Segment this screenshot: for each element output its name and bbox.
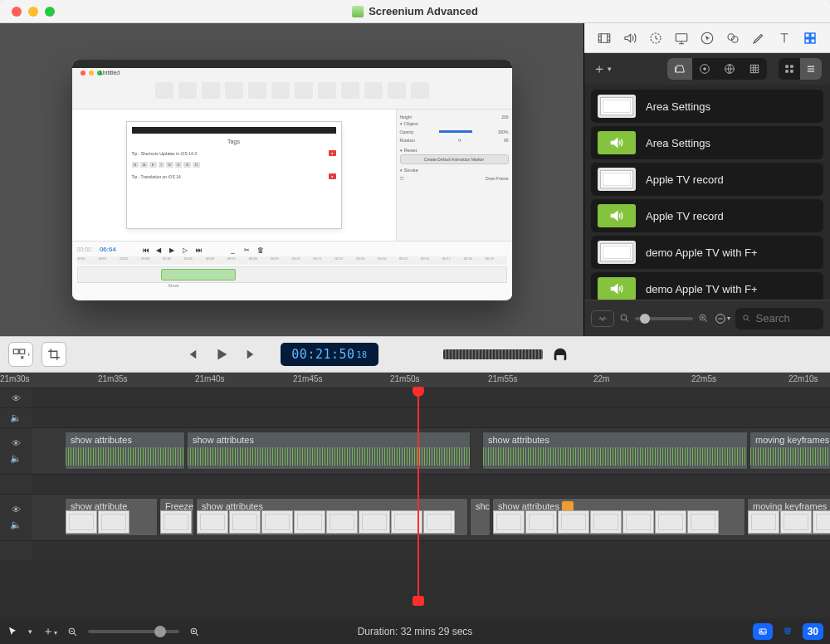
crop-button[interactable] [42,342,66,367]
video-track[interactable]: 👁🔈 show attributeFreezeshow attributessh… [0,494,830,540]
tab-display-icon[interactable] [671,29,691,47]
tool-menu[interactable]: ▾ [28,627,32,636]
svg-rect-23 [20,349,25,354]
svg-rect-13 [750,65,758,72]
magnet-icon[interactable] [778,623,798,640]
search-input[interactable] [756,312,817,324]
tab-shapes-icon[interactable] [723,29,743,47]
tab-library-icon[interactable] [800,29,820,47]
media-item-label: Apple TV record [646,210,724,222]
grid-view-icon[interactable] [779,58,800,80]
ruler-tick: 22m5s [691,374,716,383]
eye-icon[interactable]: 👁 [12,393,21,403]
clip-label: moving keyframes [755,435,829,445]
skip-back-button[interactable] [183,347,201,362]
audio-thumb-icon [598,131,636,154]
media-list[interactable]: Area SettingsArea SettingsApple TV recor… [584,85,830,300]
svg-rect-2 [676,33,687,41]
seg-music-icon[interactable] [692,58,717,80]
snap-image-icon[interactable] [753,623,773,640]
timecode-display[interactable]: 00:21:5018 [281,343,378,366]
ruler-tick: 21m30s [0,374,30,383]
clip-label: show attributes [71,435,132,445]
timeline-ruler[interactable]: 21m30s21m35s21m40s21m45s21m50s21m55s22m2… [0,373,830,388]
video-thumb-icon [598,95,636,118]
seg-folder-icon[interactable] [667,58,692,80]
speaker-icon[interactable]: 🔈 [10,453,22,464]
layout-button[interactable]: › [8,342,33,367]
playhead[interactable] [417,388,419,605]
tab-audio-icon[interactable] [620,29,640,47]
audio-thumb-icon [598,204,636,227]
zoom-in-icon[interactable] [189,627,200,637]
timeline-clip[interactable]: shc [470,498,491,536]
minimize-button[interactable] [28,7,38,17]
svg-rect-15 [790,65,793,68]
document-icon [352,6,364,17]
timeline-clip[interactable]: moving keyframes [747,498,830,536]
list-view-icon[interactable] [800,58,822,80]
preview-page-title: Tags [132,139,336,144]
timeline-clip[interactable]: show attributes [65,432,185,470]
media-item[interactable]: Area Settings [591,126,823,159]
zoom-button[interactable] [45,7,55,17]
audio-meter [443,346,543,363]
thumbnail-size-slider[interactable] [635,317,693,320]
timeline-clip[interactable]: show attributes [187,432,471,470]
close-button[interactable] [12,7,22,17]
media-item-label: Area Settings [646,137,710,149]
tab-pencil-icon[interactable] [749,29,769,47]
video-thumb-icon [598,241,636,264]
media-item[interactable]: Apple TV record [591,163,823,196]
ruler-tick: 21m50s [390,374,420,383]
svg-rect-7 [811,33,815,37]
eye-icon[interactable]: 👁 [12,438,21,448]
timeline-clip[interactable]: show attributes [482,432,748,470]
view-mode-segment[interactable] [779,58,822,80]
tab-video-icon[interactable] [594,29,614,47]
tab-cursor-icon[interactable] [697,29,717,47]
media-item-label: Apple TV record [646,173,724,186]
zoom-out-icon[interactable] [67,627,78,637]
tab-timer-icon[interactable] [646,29,666,47]
timeline-clip[interactable]: show attributes [196,498,468,536]
eye-icon[interactable]: 👁 [12,505,21,515]
filter-icon[interactable] [591,310,614,327]
clip-label: show attributes [193,435,254,445]
add-button[interactable]: ＋▾ [42,624,57,639]
timeline-clip[interactable]: Freeze [159,498,194,536]
media-item[interactable]: Apple TV record [591,199,823,232]
svg-rect-16 [785,70,788,73]
speaker-icon[interactable]: 🔈 [10,520,22,530]
media-item[interactable]: demo Apple TV with F+ [591,272,823,300]
fps-badge[interactable]: 30 [803,623,823,640]
preview-viewer: Untitled Tags Tip - Shortcuts [0,23,583,336]
timeline-clip[interactable]: show attribute [65,498,158,536]
zoom-icon [619,313,630,324]
status-bar: ▾ ＋▾ Duration: 32 mins 29 secs 30 [0,619,830,644]
timeline[interactable]: 21m30s21m35s21m40s21m45s21m50s21m55s22m2… [0,373,830,619]
media-item[interactable]: Area Settings [591,90,823,123]
arrow-tool-icon[interactable] [7,626,18,637]
svg-rect-14 [785,65,788,68]
zoom-slider[interactable] [88,630,179,633]
timeline-clip[interactable]: moving keyframes [749,432,830,470]
settings-icon[interactable]: ▾ [714,312,730,325]
audio-track[interactable]: 👁🔈 show attributesshow attributesshow at… [0,427,830,474]
seg-web-icon[interactable] [717,58,742,80]
add-media-button[interactable]: ＋▾ [593,61,612,78]
clip-label: show attributes [488,435,549,445]
speaker-icon[interactable]: 🔈 [10,412,22,423]
headphones-icon[interactable] [551,345,569,363]
media-item-label: demo Apple TV with F+ [646,246,758,259]
seg-grid-icon[interactable] [742,58,767,80]
search-field[interactable] [735,308,823,329]
media-item[interactable]: demo Apple TV with F+ [591,236,823,269]
timeline-clip[interactable]: show attributes [492,498,745,536]
play-button[interactable] [212,345,231,363]
tab-text-icon[interactable] [774,29,794,47]
skip-forward-button[interactable] [242,347,261,362]
inspector-tabs [584,23,830,53]
preview-document[interactable]: Untitled Tags Tip - Shortcuts [72,60,512,300]
media-category-segment[interactable] [667,58,767,80]
